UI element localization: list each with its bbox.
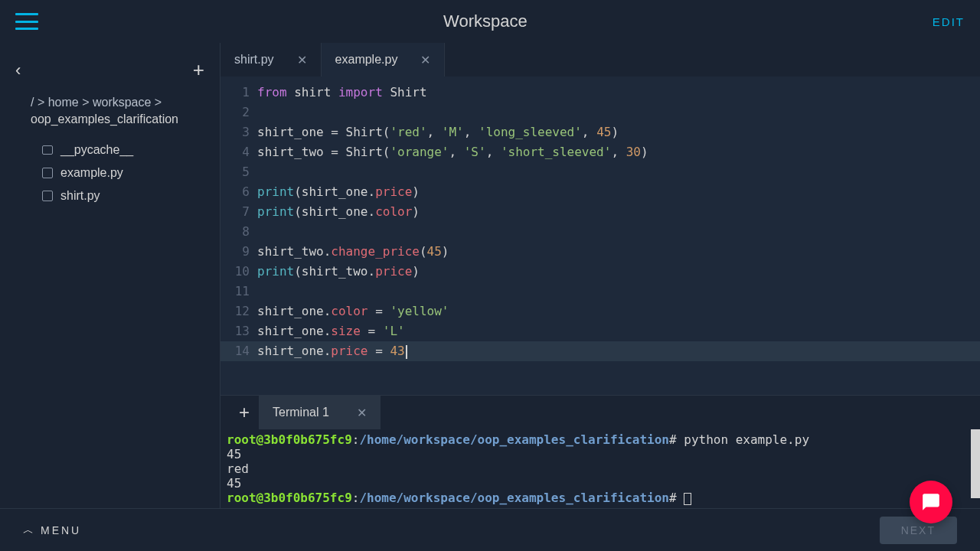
code-content: shirt_two.change_price(45) xyxy=(257,242,980,262)
line-number: 1 xyxy=(220,83,257,103)
terminal-tab-label: Terminal 1 xyxy=(273,406,329,419)
code-line[interactable]: 10print(shirt_two.price) xyxy=(220,262,980,282)
editor-tab-active[interactable]: example.py ✕ xyxy=(322,43,446,77)
edit-button[interactable]: EDIT xyxy=(933,15,965,28)
code-content: shirt_one = Shirt('red', 'M', 'long_slee… xyxy=(257,122,980,142)
terminal-line: root@3b0f0b675fc9:/home/workspace/oop_ex… xyxy=(227,491,974,505)
line-number: 9 xyxy=(220,242,257,262)
code-content: shirt_one.price = 43 xyxy=(257,341,980,361)
code-content: shirt_one.color = 'yellow' xyxy=(257,302,980,321)
scrollbar[interactable] xyxy=(971,429,980,498)
code-content: print(shirt_one.color) xyxy=(257,202,980,222)
code-content: print(shirt_one.price) xyxy=(257,182,980,202)
code-line[interactable]: 7print(shirt_one.color) xyxy=(220,202,980,222)
line-number: 7 xyxy=(220,202,257,222)
tab-label: example.py xyxy=(335,53,398,67)
hamburger-menu-icon[interactable] xyxy=(15,13,38,30)
tab-label: shirt.py xyxy=(234,53,274,67)
current-folder: oop_examples_clarification xyxy=(0,111,220,134)
code-content xyxy=(257,103,980,122)
line-number: 8 xyxy=(220,222,257,242)
breadcrumb[interactable]: / > home > workspace > xyxy=(0,90,220,111)
close-icon[interactable]: ✕ xyxy=(357,406,367,420)
code-line[interactable]: 13shirt_one.size = 'L' xyxy=(220,321,980,341)
code-line[interactable]: 3shirt_one = Shirt('red', 'M', 'long_sle… xyxy=(220,122,980,142)
code-line[interactable]: 2 xyxy=(220,103,980,122)
code-content: shirt_one.size = 'L' xyxy=(257,321,980,341)
chevron-up-icon: ︿ xyxy=(23,523,36,537)
menu-label: MENU xyxy=(41,524,81,536)
code-line[interactable]: 12shirt_one.color = 'yellow' xyxy=(220,302,980,321)
line-number: 12 xyxy=(220,302,257,321)
code-content xyxy=(257,222,980,242)
code-content: shirt_two = Shirt('orange', 'S', 'short_… xyxy=(257,142,980,162)
code-line[interactable]: 8 xyxy=(220,222,980,242)
editor-tabs: shirt.py ✕ example.py ✕ xyxy=(220,43,980,77)
code-line[interactable]: 4shirt_two = Shirt('orange', 'S', 'short… xyxy=(220,142,980,162)
code-line[interactable]: 6print(shirt_one.price) xyxy=(220,182,980,202)
line-number: 13 xyxy=(220,321,257,341)
top-bar: Workspace EDIT xyxy=(0,0,980,43)
code-content: print(shirt_two.price) xyxy=(257,262,980,282)
file-item[interactable]: example.py xyxy=(0,161,220,184)
close-icon[interactable]: ✕ xyxy=(297,53,307,67)
line-number: 5 xyxy=(220,162,257,182)
code-line[interactable]: 14shirt_one.price = 43 xyxy=(220,341,980,361)
new-file-icon[interactable]: + xyxy=(193,58,204,82)
code-line[interactable]: 11 xyxy=(220,282,980,302)
line-number: 4 xyxy=(220,142,257,162)
terminal-line: 45 xyxy=(227,447,974,461)
page-title: Workspace xyxy=(38,11,933,31)
line-number: 2 xyxy=(220,103,257,122)
terminal-cursor xyxy=(684,493,691,505)
next-button[interactable]: NEXT xyxy=(880,517,957,544)
file-icon xyxy=(42,191,53,201)
code-editor[interactable]: 1from shirt import Shirt23shirt_one = Sh… xyxy=(220,77,980,395)
folder-icon xyxy=(42,145,53,155)
terminal-output[interactable]: root@3b0f0b675fc9:/home/workspace/oop_ex… xyxy=(220,429,980,508)
terminal-line: root@3b0f0b675fc9:/home/workspace/oop_ex… xyxy=(227,432,974,447)
code-content: from shirt import Shirt xyxy=(257,83,980,103)
line-number: 10 xyxy=(220,262,257,282)
file-item[interactable]: shirt.py xyxy=(0,184,220,207)
file-icon xyxy=(42,168,53,178)
terminal-line: 45 xyxy=(227,476,974,491)
terminal-tab[interactable]: Terminal 1 ✕ xyxy=(259,396,381,429)
file-explorer-sidebar: ‹ + / > home > workspace > oop_examples_… xyxy=(0,43,220,508)
code-content xyxy=(257,162,980,182)
close-icon[interactable]: ✕ xyxy=(420,53,430,67)
line-number: 6 xyxy=(220,182,257,202)
text-cursor xyxy=(406,345,407,359)
code-line[interactable]: 5 xyxy=(220,162,980,182)
terminal-line: red xyxy=(227,461,974,476)
chat-icon xyxy=(921,492,941,512)
terminal-panel: + Terminal 1 ✕ root@3b0f0b675fc9:/home/w… xyxy=(220,395,980,508)
back-icon[interactable]: ‹ xyxy=(15,60,21,80)
code-line[interactable]: 9shirt_two.change_price(45) xyxy=(220,242,980,262)
file-name: example.py xyxy=(60,166,123,180)
new-terminal-icon[interactable]: + xyxy=(230,402,259,423)
chat-button[interactable] xyxy=(910,481,952,523)
bottom-bar: ︿ MENU NEXT xyxy=(0,508,980,551)
line-number: 3 xyxy=(220,122,257,142)
code-content xyxy=(257,282,980,302)
code-line[interactable]: 1from shirt import Shirt xyxy=(220,83,980,103)
menu-toggle[interactable]: ︿ MENU xyxy=(23,523,81,537)
folder-item[interactable]: __pycache__ xyxy=(0,139,220,161)
file-name: __pycache__ xyxy=(60,143,133,157)
editor-tab[interactable]: shirt.py ✕ xyxy=(220,43,322,77)
workspace-area: ‹ + / > home > workspace > oop_examples_… xyxy=(0,43,980,508)
line-number: 11 xyxy=(220,282,257,302)
editor-area: shirt.py ✕ example.py ✕ 1from shirt impo… xyxy=(220,43,980,508)
file-name: shirt.py xyxy=(60,189,100,203)
file-list: __pycache__ example.py shirt.py xyxy=(0,134,220,212)
line-number: 14 xyxy=(220,341,257,361)
